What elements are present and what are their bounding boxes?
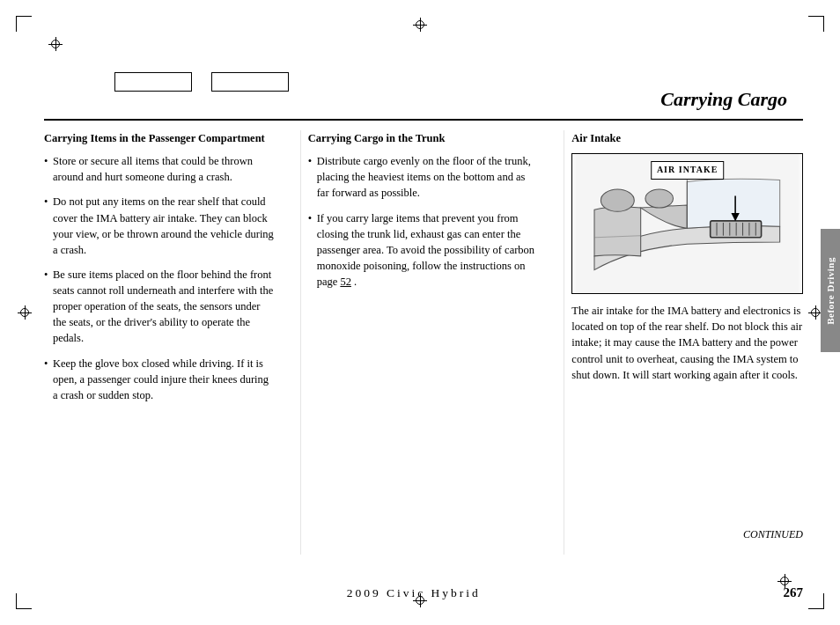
corner-mark-bl	[16, 593, 32, 609]
col1: Carrying Items in the Passenger Compartm…	[44, 130, 293, 555]
air-intake-illustration: AIR INTAKE	[571, 153, 803, 294]
col3: Air Intake AIR INTAKE	[571, 130, 803, 555]
col1-bullets: Store or secure all items that could be …	[44, 153, 276, 403]
svg-rect-1	[711, 221, 762, 238]
continued-text: CONTINUED	[743, 528, 803, 541]
col3-title: Air Intake	[571, 130, 803, 146]
col2-bullets: Distribute cargo evenly on the floor of …	[308, 153, 540, 290]
col-divider-2	[564, 130, 564, 555]
page-title: Carrying Cargo	[660, 88, 787, 111]
small-rect-right	[211, 72, 289, 92]
page-link[interactable]: 52	[340, 276, 351, 288]
footer-center: 2009 Civic Hybrid	[347, 586, 481, 600]
svg-point-11	[601, 189, 635, 211]
reg-mark-top	[413, 18, 427, 32]
corner-mark-tl	[16, 16, 32, 32]
side-tab: Before Driving	[821, 229, 840, 352]
col-divider-1	[300, 130, 301, 555]
col3-description: The air intake for the IMA battery and e…	[571, 303, 803, 383]
content-area: Carrying Items in the Passenger Compartm…	[44, 130, 803, 555]
reg-mark-left	[18, 305, 32, 320]
col1-bullet-2: Do not put any items on the rear shelf t…	[44, 194, 276, 258]
col2: Carrying Cargo in the Trunk Distribute c…	[308, 130, 557, 555]
small-rect-left	[114, 72, 192, 92]
col2-title: Carrying Cargo in the Trunk	[308, 130, 540, 146]
air-intake-label: AIR INTAKE	[651, 161, 725, 180]
col1-title: Carrying Items in the Passenger Compartm…	[44, 130, 276, 146]
col1-bullet-4: Keep the glove box closed while driving.…	[44, 356, 276, 403]
bullseye-top-left	[48, 37, 63, 51]
footer: 2009 Civic Hybrid 267	[44, 585, 803, 600]
page: Carrying Cargo Before Driving Carrying I…	[0, 0, 840, 625]
col1-bullet-1: Store or secure all items that could be …	[44, 153, 276, 185]
footer-page: 267	[784, 585, 804, 600]
corner-mark-br	[808, 593, 824, 609]
side-tab-label: Before Driving	[825, 257, 836, 325]
col1-bullet-3: Be sure items placed on the floor behind…	[44, 267, 276, 347]
col2-bullet-1: Distribute cargo evenly on the floor of …	[308, 153, 540, 201]
title-underline	[44, 119, 803, 121]
svg-point-12	[645, 189, 674, 208]
corner-mark-tr	[808, 16, 824, 32]
col2-bullet-2: If you carry large items that prevent yo…	[308, 210, 540, 290]
